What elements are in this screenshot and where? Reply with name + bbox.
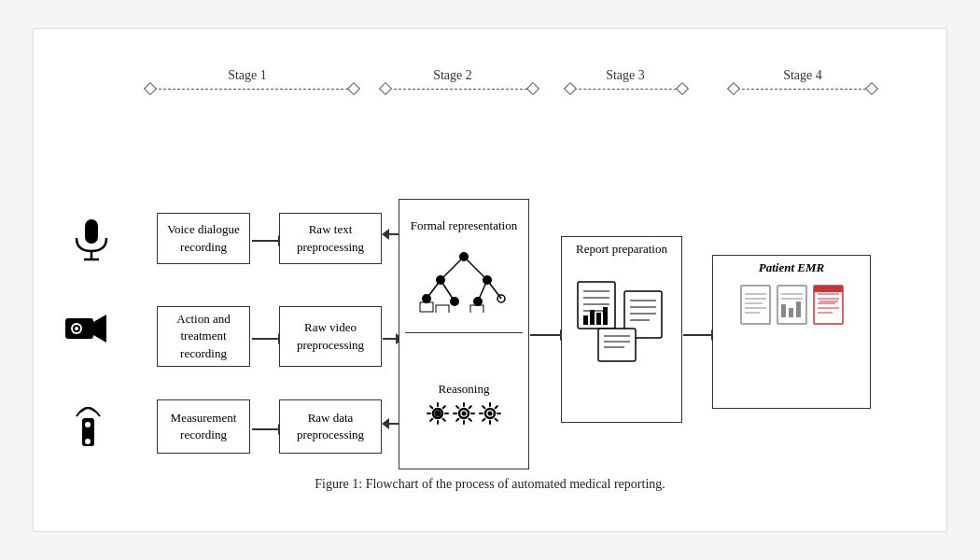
stage2-label: Stage 2 [378, 68, 527, 83]
diamond-s2-right [526, 82, 539, 95]
emr-doc2-icon [776, 284, 808, 326]
diamond-s2-left [379, 82, 392, 95]
network-graph [413, 238, 515, 313]
diamond-s1-right [347, 82, 360, 95]
gear1-icon [426, 401, 450, 426]
svg-rect-52 [741, 286, 770, 324]
svg-point-29 [436, 412, 441, 416]
svg-rect-63 [796, 301, 801, 317]
svg-line-22 [478, 280, 487, 301]
svg-line-23 [487, 280, 501, 299]
stage2-line [385, 89, 532, 90]
svg-rect-24 [420, 302, 433, 312]
action-recording-box: Action and treatment recording [157, 306, 250, 367]
svg-rect-39 [583, 315, 588, 325]
camera-icon [56, 301, 117, 357]
emr-doc1-icon [739, 284, 772, 326]
svg-point-7 [75, 327, 78, 330]
raw-data-box: Raw data preprocessing [279, 399, 382, 454]
measurement-recording-box: Measurement recording [157, 399, 250, 454]
stage1-label: Stage 1 [145, 68, 350, 83]
svg-point-33 [488, 412, 493, 416]
diamond-s3-right [676, 82, 689, 95]
diamond-s4-right [865, 82, 878, 95]
flowchart: Stage 1 Stage 2 Stage 3 Stage 4 [47, 68, 933, 469]
report-documents-icon [570, 263, 673, 366]
gear2-icon [452, 401, 476, 426]
svg-rect-48 [598, 329, 636, 361]
reasoning-section: Reasoning [405, 339, 523, 466]
sensor-icon [60, 390, 116, 455]
raw-video-box: Raw video preprocessing [279, 306, 382, 367]
diagram-container: Stage 1 Stage 2 Stage 3 Stage 4 [33, 28, 947, 532]
stage3-line [569, 89, 681, 90]
svg-rect-70 [814, 286, 843, 292]
svg-rect-25 [436, 305, 449, 313]
svg-rect-40 [590, 310, 595, 325]
svg-line-18 [441, 257, 464, 280]
figure-caption: Figure 1: Flowchart of the process of au… [315, 477, 665, 492]
diamond-s4-left [727, 82, 740, 95]
report-preparation-box: Report preparation [561, 236, 682, 423]
svg-rect-42 [603, 307, 608, 325]
svg-rect-0 [85, 219, 98, 244]
svg-marker-4 [93, 315, 106, 343]
voice-recording-box: Voice dialogue recording [157, 213, 250, 264]
stage4-line [733, 89, 871, 90]
formal-reasoning-box: Formal representation [399, 199, 529, 469]
gear3-icon [478, 401, 502, 426]
stage4-label: Stage 4 [728, 68, 877, 83]
emr-documents [739, 284, 845, 326]
svg-rect-41 [596, 313, 601, 325]
svg-line-20 [427, 280, 441, 299]
formal-representation-section: Formal representation [405, 203, 523, 333]
diamond-s3-left [564, 82, 577, 95]
svg-point-10 [85, 439, 91, 444]
svg-line-19 [464, 257, 487, 280]
svg-point-31 [462, 412, 467, 416]
gear-icons [426, 401, 502, 426]
patient-emr-box: Patient EMR [712, 255, 871, 409]
emr-doc3-icon [812, 284, 845, 326]
raw-text-box: Raw text preprocessing [279, 213, 382, 264]
svg-rect-62 [789, 308, 793, 317]
stage3-label: Stage 3 [565, 68, 686, 83]
svg-line-21 [441, 280, 455, 301]
microphone-icon [63, 213, 119, 269]
svg-rect-61 [781, 304, 786, 317]
diamond-s1-left [144, 82, 157, 95]
stage1-line [149, 89, 353, 90]
svg-point-9 [85, 422, 91, 427]
svg-rect-26 [470, 305, 483, 313]
